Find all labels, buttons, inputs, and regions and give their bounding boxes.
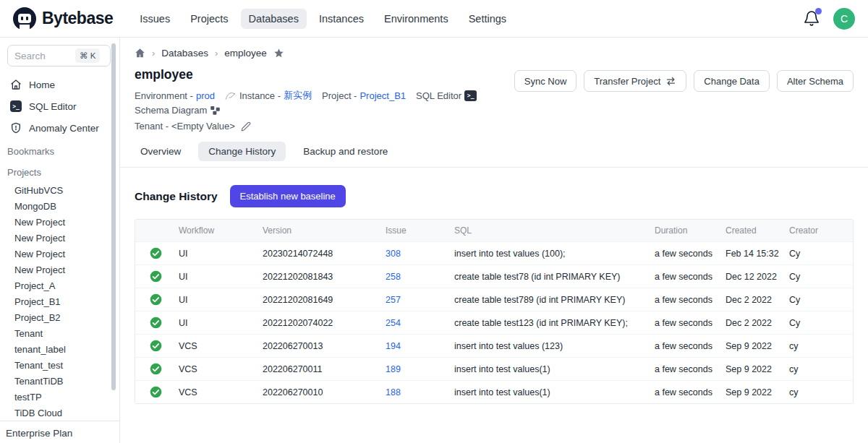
- table-body: UI20230214072448308insert into test valu…: [135, 241, 853, 403]
- issue-link[interactable]: 194: [386, 341, 401, 351]
- sql-cell: insert into test values(1): [451, 359, 652, 379]
- sql-cell: create table test78 (id int PRIMARY KEY): [451, 267, 652, 287]
- tab-change-history[interactable]: Change History: [198, 142, 286, 161]
- issue-link[interactable]: 254: [386, 318, 401, 328]
- issue-link[interactable]: 258: [386, 272, 401, 282]
- issue-cell: 258: [383, 267, 451, 287]
- sync-now-button[interactable]: Sync Now: [514, 70, 577, 92]
- sidebar-item-label: Home: [29, 79, 55, 90]
- sidebar-project-item[interactable]: Project_A: [0, 278, 119, 293]
- column-header-Issue: Issue: [383, 220, 451, 241]
- created-cell: Dec 12 2022: [723, 267, 786, 287]
- created-cell: Dec 2 2022: [723, 290, 786, 310]
- sidebar-project-item[interactable]: Tenant: [0, 325, 119, 341]
- topnav-item-databases[interactable]: Databases: [241, 9, 307, 29]
- topnav-item-issues[interactable]: Issues: [132, 9, 178, 29]
- project-link[interactable]: Project_B1: [359, 90, 406, 101]
- sidebar-project-item[interactable]: Tenant_test: [0, 357, 119, 373]
- sidebar-project-item[interactable]: Project_B1: [0, 293, 119, 309]
- success-check-icon: [150, 340, 162, 352]
- issue-link[interactable]: 189: [386, 364, 401, 374]
- search-input[interactable]: [14, 51, 75, 61]
- sidebar-project-item[interactable]: MongoDB: [0, 198, 119, 214]
- alter-schema-button[interactable]: Alter Schema: [777, 70, 854, 92]
- projects-list: GitHubVCSMongoDBNew ProjectNew ProjectNe…: [0, 181, 119, 421]
- bytebase-logo[interactable]: Bytebase: [13, 7, 113, 30]
- issue-link[interactable]: 257: [386, 295, 401, 305]
- tab-overview[interactable]: Overview: [130, 142, 191, 161]
- breadcrumb-employee[interactable]: employee: [224, 48, 267, 59]
- sidebar-item-home[interactable]: Home: [0, 74, 119, 95]
- section-title: Change History: [135, 190, 218, 203]
- status-cell: [135, 265, 176, 288]
- user-avatar[interactable]: C: [833, 8, 855, 30]
- edit-pencil-icon[interactable]: [241, 121, 251, 132]
- version-cell: 20221202081649: [260, 290, 383, 310]
- status-cell: [135, 311, 176, 334]
- sidebar-project-item[interactable]: New Project: [0, 214, 119, 230]
- home-icon: [10, 79, 22, 90]
- tabs: OverviewChange HistoryBackup and restore: [130, 142, 854, 161]
- establish-baseline-button[interactable]: Establish new baseline: [230, 185, 346, 207]
- duration-cell: a few seconds: [652, 359, 723, 379]
- issue-link[interactable]: 308: [386, 249, 401, 259]
- plan-label: Enterprise Plan: [0, 421, 119, 443]
- notifications-button[interactable]: [803, 10, 820, 27]
- sidebar-item-anomaly-center[interactable]: Anomaly Center: [0, 117, 119, 139]
- topnav-item-settings[interactable]: Settings: [461, 9, 514, 29]
- search-box[interactable]: ⌘ K: [7, 45, 111, 66]
- instance-link[interactable]: 新实例: [284, 89, 312, 102]
- sidebar-project-item[interactable]: testTP: [0, 389, 119, 405]
- table-row: UI20230214072448308insert into test valu…: [135, 241, 853, 264]
- created-cell: Sep 9 2022: [723, 382, 786, 403]
- table-row: UI20221202074022254create table test123 …: [135, 311, 853, 334]
- shield-icon: [10, 122, 22, 134]
- breadcrumb-home-icon[interactable]: [135, 48, 145, 59]
- creator-cell: cy: [786, 359, 853, 379]
- topnav-item-instances[interactable]: Instances: [311, 9, 372, 29]
- table-row: VCS202206270011189insert into test value…: [135, 357, 853, 380]
- sidebar-project-item[interactable]: New Project: [0, 262, 119, 278]
- sidebar-scrollbar[interactable]: [111, 43, 116, 390]
- page-title: employee: [135, 67, 514, 82]
- success-check-icon: [150, 363, 162, 375]
- issue-cell: 308: [383, 244, 451, 264]
- success-check-icon: [150, 293, 162, 306]
- sidebar-project-item[interactable]: New Project: [0, 246, 119, 262]
- sidebar-project-item[interactable]: tenant_label: [0, 341, 119, 357]
- sql-editor-shortcut[interactable]: SQL Editor >_: [416, 90, 477, 101]
- notification-dot: [815, 8, 822, 14]
- tab-backup-and-restore[interactable]: Backup and restore: [293, 142, 398, 161]
- sidebar-project-item[interactable]: TiDB Cloud: [0, 405, 119, 421]
- sidebar-item-label: SQL Editor: [29, 101, 77, 112]
- environment-link[interactable]: prod: [196, 90, 215, 101]
- brand-name: Bytebase: [42, 9, 113, 28]
- table-row: VCS202206270010188insert into test value…: [135, 380, 853, 403]
- sql-cell: create table test789 (id int PRIMARY KEY…: [451, 290, 652, 310]
- favorite-star-icon[interactable]: [273, 48, 284, 59]
- workflow-cell: UI: [176, 244, 260, 264]
- page-actions: Sync NowTransfer ProjectChange DataAlter…: [514, 70, 854, 92]
- breadcrumb-databases[interactable]: Databases: [161, 48, 208, 59]
- creator-cell: Cy: [786, 244, 853, 264]
- bookmarks-section-label: Bookmarks: [0, 139, 119, 160]
- schema-diagram-shortcut[interactable]: Schema Diagram: [135, 105, 221, 116]
- sidebar-project-item[interactable]: Project_B2: [0, 309, 119, 325]
- issue-link[interactable]: 188: [386, 387, 401, 397]
- topnav-item-environments[interactable]: Environments: [376, 9, 456, 29]
- status-cell: [135, 288, 176, 311]
- topnav-item-projects[interactable]: Projects: [182, 9, 236, 29]
- table-row: UI20221202081649257create table test789 …: [135, 288, 853, 311]
- creator-cell: Cy: [786, 290, 853, 310]
- sidebar-project-item[interactable]: TenantTiDB: [0, 373, 119, 389]
- success-check-icon: [150, 317, 162, 329]
- transfer-project-button[interactable]: Transfer Project: [584, 70, 686, 92]
- issue-cell: 188: [383, 382, 451, 403]
- version-cell: 202206270013: [260, 336, 383, 356]
- change-data-button[interactable]: Change Data: [694, 70, 770, 92]
- column-header-Duration: Duration: [652, 220, 723, 241]
- sidebar-project-item[interactable]: New Project: [0, 230, 119, 246]
- sidebar-item-sql-editor[interactable]: >_ SQL Editor: [0, 95, 119, 117]
- sql-editor-icon: >_: [10, 100, 22, 112]
- sidebar-project-item[interactable]: GitHubVCS: [0, 182, 119, 198]
